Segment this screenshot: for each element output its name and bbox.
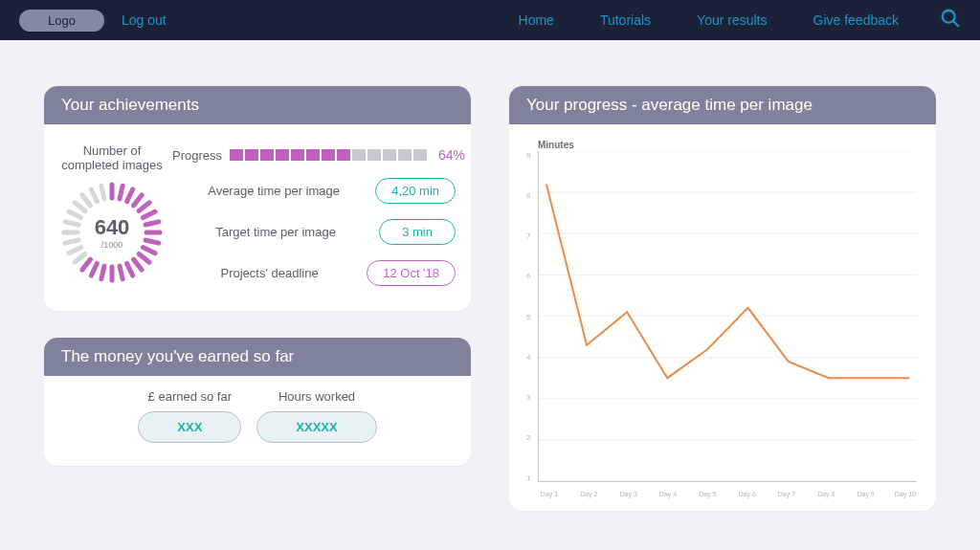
completed-donut: 640 /1000	[59, 180, 165, 285]
chart-ytick: 1	[526, 473, 530, 482]
chart-ytick: 5	[526, 313, 530, 321]
svg-line-27	[82, 195, 91, 206]
deadline-value: 12 Oct '18	[367, 260, 456, 286]
completed-value: 640	[95, 215, 130, 240]
progress-segment	[260, 149, 274, 161]
chart-xlabel: Day 7	[775, 491, 798, 497]
svg-line-17	[101, 266, 104, 279]
deadline-label: Projects' deadline	[172, 266, 367, 280]
progress-segment	[413, 149, 427, 161]
hours-value: XXXXX	[256, 411, 376, 443]
target-time-label: Target time per image	[172, 225, 379, 239]
chart-xlabel: Day 8	[814, 491, 837, 497]
svg-line-8	[145, 222, 159, 225]
progress-percent: 64%	[438, 147, 465, 163]
chart-ytick: 2	[526, 433, 530, 442]
progress-segment	[322, 149, 335, 161]
chart-ylabel: Minutes	[538, 140, 574, 150]
svg-line-15	[120, 266, 122, 279]
earnings-card: The money you've earned so far £ earned …	[44, 338, 471, 466]
nav-feedback[interactable]: Give feedback	[813, 12, 900, 28]
earned-label: £ earned so far	[138, 389, 241, 404]
progress-segment	[368, 149, 381, 161]
card-title: Your achievements	[44, 86, 471, 124]
chart-plot	[538, 151, 917, 482]
svg-line-29	[101, 186, 104, 199]
progress-segment	[337, 149, 350, 161]
svg-line-18	[91, 263, 97, 275]
svg-line-20	[75, 253, 85, 262]
progress-segment	[398, 149, 412, 161]
chart-ytick: 7	[526, 231, 530, 240]
chart-xlabel: Day 9	[855, 491, 878, 497]
svg-line-24	[65, 222, 78, 225]
svg-line-25	[69, 211, 81, 217]
progress-segment	[291, 149, 304, 161]
avg-time-value: 4,20 min	[375, 178, 456, 204]
chart-xlabel: Day 1	[538, 491, 561, 497]
svg-line-3	[120, 186, 122, 199]
svg-line-1	[953, 21, 959, 27]
chart-ytick: 4	[526, 353, 530, 362]
chart-xlabel: Day 2	[577, 491, 600, 497]
hours-label: Hours worked	[256, 389, 376, 404]
chart-xlabel: Day 10	[894, 491, 917, 497]
progress-bar	[230, 149, 427, 161]
completed-label: Number of completed images	[59, 143, 165, 172]
svg-line-22	[65, 240, 78, 243]
earned-value: XXX	[138, 411, 241, 443]
nav-tutorials[interactable]: Tutorials	[600, 12, 651, 28]
svg-line-7	[143, 211, 155, 217]
top-nav: Logo Log out Home Tutorials Your results…	[0, 0, 980, 40]
logout-link[interactable]: Log out	[122, 12, 167, 28]
chart-ytick: 9	[526, 151, 530, 160]
svg-line-12	[139, 253, 149, 262]
svg-line-4	[127, 189, 133, 202]
svg-line-26	[75, 203, 85, 211]
svg-line-28	[91, 189, 97, 202]
chart-ytick: 3	[526, 393, 530, 402]
logo[interactable]: Logo	[19, 10, 104, 32]
nav-results[interactable]: Your results	[697, 12, 767, 28]
svg-line-5	[133, 195, 142, 206]
progress-label: Progress	[172, 148, 222, 163]
svg-line-21	[69, 248, 81, 253]
svg-line-6	[139, 203, 149, 211]
target-time-value: 3 min	[379, 219, 456, 245]
svg-line-11	[143, 248, 155, 253]
svg-line-10	[145, 240, 159, 243]
chart-xlabel: Day 5	[696, 491, 719, 497]
nav-home[interactable]: Home	[519, 12, 554, 28]
svg-line-13	[133, 259, 142, 270]
progress-segment	[245, 149, 258, 161]
chart-xlabel: Day 6	[736, 491, 759, 497]
progress-segment	[383, 149, 396, 161]
chart-ytick: 8	[526, 191, 530, 200]
card-title: Your progress - average time per image	[509, 86, 936, 124]
completed-total: /1000	[95, 240, 130, 250]
progress-chart-card: Your progress - average time per image M…	[509, 86, 936, 511]
progress-segment	[306, 149, 320, 161]
progress-segment	[352, 149, 366, 161]
search-icon[interactable]	[940, 8, 961, 33]
chart-xlabel: Day 3	[617, 491, 640, 497]
chart-ytick: 6	[526, 272, 530, 280]
avg-time-label: Average time per image	[172, 184, 375, 198]
card-title: The money you've earned so far	[44, 338, 471, 376]
chart-xlabel: Day 4	[657, 491, 679, 497]
achievements-card: Your achievements Number of completed im…	[44, 86, 471, 311]
progress-segment	[276, 149, 289, 161]
svg-line-19	[82, 259, 91, 270]
progress-segment	[230, 149, 243, 161]
svg-line-14	[127, 263, 133, 275]
